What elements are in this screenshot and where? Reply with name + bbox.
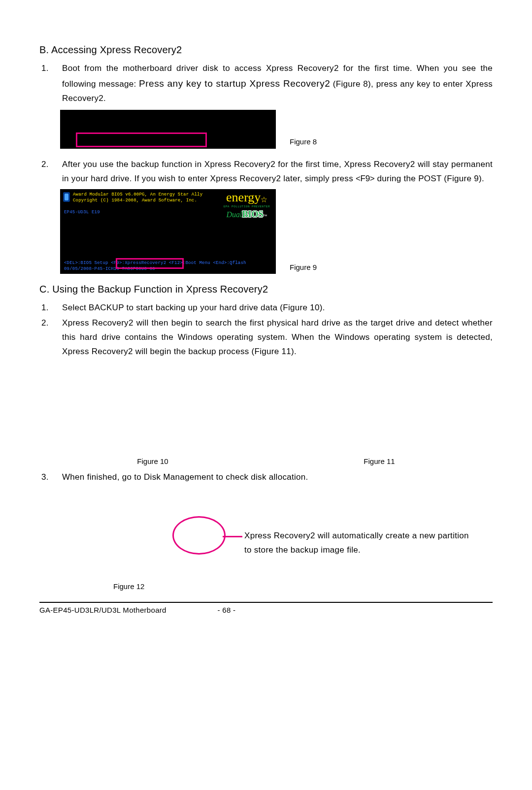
dual-bios-logo: DualBIOS™ <box>224 209 270 220</box>
text: When finished, go to <box>62 472 144 482</box>
backup-label: BACKUP <box>89 303 124 312</box>
callout-line <box>223 536 242 537</box>
list-body: When finished, go to Disk Management to … <box>62 470 493 485</box>
list-number: 1. <box>39 62 62 106</box>
highlight-box <box>116 258 184 269</box>
text: to check disk allocation. <box>214 472 308 482</box>
figure-10-11-row: Figure 10 Figure 11 <box>39 457 493 465</box>
callout-text: Xpress Recovery2 will automatically crea… <box>244 529 471 558</box>
award-badge-icon <box>63 192 70 202</box>
f9-key: <F9> <box>356 174 375 183</box>
energy-text: energy <box>226 190 261 204</box>
section-c-heading: C. Using the Backup Function in Xpress R… <box>39 284 493 295</box>
list-body: Boot from the motherboard driver disk to… <box>62 62 493 106</box>
document-page: B. Accessing Xpress Recovery2 1. Boot fr… <box>0 0 532 790</box>
figure-11-caption: Figure 11 <box>266 457 493 465</box>
figure-9-image: Award Modular BIOS v6.00PG, An Energy St… <box>60 189 276 274</box>
text: to start backing up your hard drive data… <box>124 303 325 312</box>
figure-10-caption: Figure 10 <box>39 457 266 465</box>
text: >:Boot Menu <End>:Qflash <box>180 261 246 265</box>
text: Dual <box>226 210 242 219</box>
text: Select <box>62 303 89 312</box>
figure-12-caption: Figure 12 <box>113 582 144 591</box>
figure-12-block: Xpress Recovery2 will automatically crea… <box>39 508 493 592</box>
section-b-item-2: 2. After you use the backup function in … <box>39 158 493 186</box>
section-c-item-1: 1. Select BACKUP to start backing up you… <box>39 301 493 315</box>
section-b-heading: B. Accessing Xpress Recovery2 <box>39 44 493 56</box>
list-number: 2. <box>39 316 62 359</box>
figure-8-image <box>60 110 276 149</box>
footer-rule <box>39 602 493 603</box>
figure-8-caption: Figure 8 <box>290 137 317 146</box>
section-c-item-2: 2. Xpress Recovery2 will then begin to s… <box>39 316 493 359</box>
bios-line-3: EP45-UD3L E19 <box>64 210 100 215</box>
bios-line-2: Copyright (C) 1984-2008, Award Software,… <box>73 198 197 203</box>
figure-8: Figure 8 <box>60 110 493 149</box>
list-body: Select BACKUP to start backing up your h… <box>62 301 493 315</box>
list-body: Xpress Recovery2 will then begin to sear… <box>62 316 493 359</box>
highlight-box <box>76 132 207 147</box>
energy-star-logo: energy☆ EPA POLLUTION PREVENTER DualBIOS… <box>224 191 270 220</box>
text: BIOS <box>242 209 263 219</box>
epa-text: EPA POLLUTION PREVENTER <box>224 205 270 208</box>
footer-page-number: - 68 - <box>207 606 246 614</box>
list-number: 2. <box>39 158 62 186</box>
text: <DEL>:BIOS Setup <F <box>64 261 116 265</box>
press-any-key-text: Press any key to startup Xpress Recovery… <box>139 78 330 89</box>
text: during the POST (Figure 9). <box>374 174 484 183</box>
bios-line-1: Award Modular BIOS v6.00PG, An Energy St… <box>73 192 202 197</box>
star-icon: ☆ <box>261 193 267 206</box>
footer-product: GA-EP45-UD3LR/UD3L Motherboard <box>39 606 207 614</box>
page-footer: GA-EP45-UD3LR/UD3L Motherboard - 68 - <box>39 606 493 614</box>
figure-9: Award Modular BIOS v6.00PG, An Energy St… <box>60 189 493 274</box>
section-c-item-3: 3. When finished, go to Disk Management … <box>39 470 493 485</box>
callout-ellipse <box>172 516 226 555</box>
list-number: 1. <box>39 301 62 315</box>
list-number: 3. <box>39 470 62 485</box>
list-body: After you use the backup function in Xpr… <box>62 158 493 186</box>
disk-management-label: Disk Management <box>144 472 214 482</box>
figure-9-caption: Figure 9 <box>290 263 317 274</box>
section-b-item-1: 1. Boot from the motherboard driver disk… <box>39 62 493 106</box>
